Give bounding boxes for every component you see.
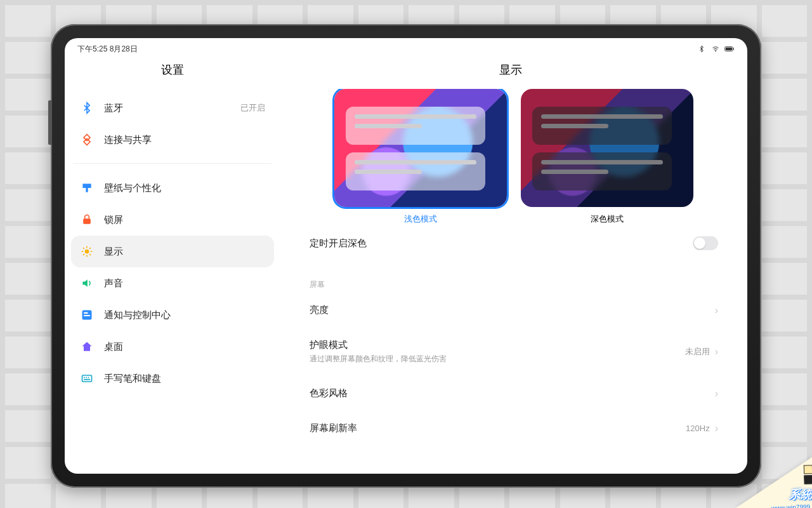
tablet-frame: 下午5:25 8月28日 设置 蓝牙 已开启 bbox=[51, 24, 761, 488]
brush-icon bbox=[80, 181, 94, 195]
sidebar-item-label: 锁屏 bbox=[104, 214, 123, 226]
status-icons bbox=[697, 45, 735, 53]
sidebar-item-label: 通知与控制中心 bbox=[104, 309, 171, 321]
sidebar-item-notification[interactable]: 通知与控制中心 bbox=[71, 299, 274, 331]
row-sublabel: 通过调整屏幕颜色和纹理，降低蓝光伤害 bbox=[310, 354, 447, 364]
row-label: 亮度 bbox=[310, 304, 329, 316]
sidebar-item-label: 显示 bbox=[104, 246, 123, 258]
status-time: 下午5:25 8月28日 bbox=[77, 44, 138, 55]
row-eyecare[interactable]: 护眼模式 通过调整屏幕颜色和纹理，降低蓝光伤害 未启用 › bbox=[310, 328, 718, 376]
row-refresh-rate[interactable]: 屏幕刷新率 120Hz › bbox=[310, 411, 718, 446]
battery-icon bbox=[724, 45, 735, 53]
bluetooth-icon bbox=[80, 101, 94, 115]
svg-point-0 bbox=[715, 51, 716, 52]
svg-rect-9 bbox=[82, 375, 92, 382]
screen: 下午5:25 8月28日 设置 蓝牙 已开启 bbox=[65, 38, 747, 474]
page-title: 显示 bbox=[280, 56, 741, 89]
keyboard-icon bbox=[80, 371, 94, 385]
chevron-right-icon: › bbox=[715, 423, 718, 434]
row-color-style[interactable]: 色彩风格 › bbox=[310, 376, 718, 411]
volume-button bbox=[48, 100, 52, 145]
sidebar: 设置 蓝牙 已开启 连接与共享 壁纸与个性化 bbox=[65, 56, 280, 474]
sidebar-item-stylus[interactable]: 手写笔和键盘 bbox=[71, 363, 274, 394]
sidebar-item-share[interactable]: 连接与共享 bbox=[71, 124, 274, 156]
section-screen: 屏幕 bbox=[310, 262, 718, 293]
mode-light[interactable]: 浅色模式 bbox=[334, 89, 507, 225]
sidebar-item-lockscreen[interactable]: 锁屏 bbox=[71, 204, 274, 236]
chevron-right-icon: › bbox=[715, 388, 718, 399]
row-label: 色彩风格 bbox=[310, 387, 348, 399]
sidebar-item-trail: 已开启 bbox=[240, 102, 265, 114]
sidebar-item-label: 桌面 bbox=[104, 341, 123, 353]
status-bar: 下午5:25 8月28日 bbox=[65, 38, 747, 56]
lock-icon bbox=[80, 213, 94, 227]
chevron-right-icon: › bbox=[715, 346, 718, 358]
sidebar-item-label: 声音 bbox=[104, 277, 123, 290]
svg-rect-8 bbox=[84, 315, 90, 316]
home-icon bbox=[80, 340, 94, 354]
sidebar-item-label: 手写笔和键盘 bbox=[104, 373, 161, 385]
sidebar-item-label: 蓝牙 bbox=[104, 102, 123, 114]
control-icon bbox=[80, 308, 94, 322]
sidebar-item-label: 壁纸与个性化 bbox=[104, 182, 161, 194]
schedule-toggle[interactable] bbox=[693, 236, 718, 250]
divider bbox=[74, 163, 272, 164]
mode-dark[interactable]: 深色模式 bbox=[521, 89, 693, 225]
sidebar-item-label: 连接与共享 bbox=[104, 134, 152, 146]
mode-light-label: 浅色模式 bbox=[404, 213, 437, 225]
wifi-icon bbox=[710, 45, 721, 53]
chevron-right-icon: › bbox=[715, 305, 718, 316]
row-label: 护眼模式 bbox=[310, 339, 447, 351]
row-value: 120Hz bbox=[686, 424, 710, 433]
sun-icon bbox=[80, 244, 94, 258]
sidebar-item-wallpaper[interactable]: 壁纸与个性化 bbox=[71, 172, 274, 204]
sidebar-title: 设置 bbox=[71, 56, 274, 89]
bluetooth-icon bbox=[697, 45, 707, 53]
mode-dark-label: 深色模式 bbox=[591, 213, 624, 225]
svg-rect-7 bbox=[84, 312, 88, 314]
sidebar-item-home[interactable]: 桌面 bbox=[71, 331, 274, 363]
watermark: 系統粉 www.win7999.com bbox=[770, 465, 812, 508]
sidebar-item-bluetooth[interactable]: 蓝牙 已开启 bbox=[71, 92, 274, 124]
color-mode-picker: 浅色模式 深色模式 bbox=[310, 89, 718, 225]
row-value: 未启用 bbox=[685, 346, 710, 358]
svg-rect-4 bbox=[83, 218, 91, 224]
row-label: 屏幕刷新率 bbox=[310, 422, 357, 434]
sidebar-item-sound[interactable]: 声音 bbox=[71, 267, 274, 299]
svg-rect-3 bbox=[733, 48, 734, 50]
row-brightness[interactable]: 亮度 › bbox=[310, 293, 718, 328]
svg-rect-2 bbox=[726, 48, 732, 51]
row-label: 定时开启深色 bbox=[310, 237, 367, 250]
main-panel: 显示 浅色模式 bbox=[280, 56, 747, 474]
sidebar-item-display[interactable]: 显示 bbox=[71, 236, 274, 267]
speaker-icon bbox=[80, 276, 94, 290]
row-schedule-dark[interactable]: 定时开启深色 bbox=[310, 225, 718, 262]
share-icon bbox=[80, 133, 94, 147]
svg-point-5 bbox=[85, 250, 89, 254]
